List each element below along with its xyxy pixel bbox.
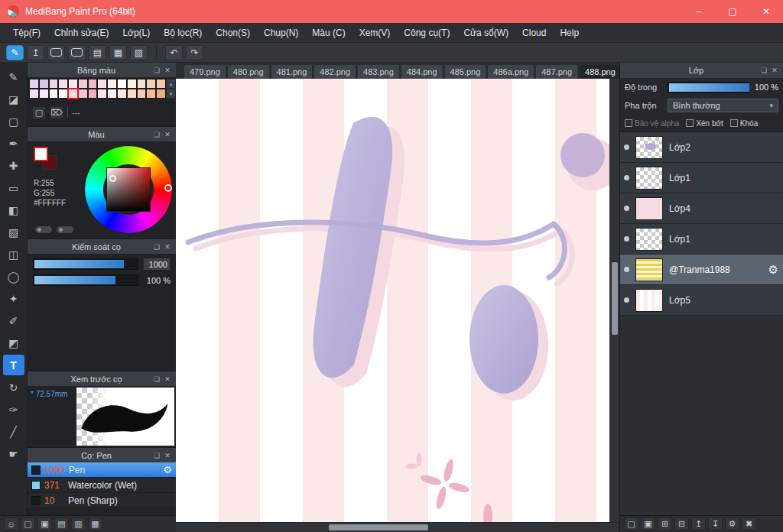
- bottom-button-pages[interactable]: ▤: [54, 517, 69, 530]
- palette-swatch[interactable]: [97, 79, 107, 89]
- bottom-button-folder[interactable]: ▥: [71, 517, 86, 530]
- layer-option-checkbox[interactable]: Xén bớt: [686, 119, 723, 128]
- close-icon[interactable]: ✕: [162, 452, 173, 459]
- palette-swatch[interactable]: [88, 79, 98, 89]
- palette-swatch[interactable]: [29, 79, 39, 89]
- menu-item[interactable]: Bộ lọc(R): [157, 23, 209, 43]
- redo-button[interactable]: ↷: [186, 45, 203, 60]
- menu-item[interactable]: Màu (C): [305, 23, 352, 43]
- tool-button-shape[interactable]: ▭: [3, 177, 24, 198]
- bottom-button-new-canvas[interactable]: ▢: [21, 517, 35, 530]
- bottom-button-account[interactable]: ☺: [4, 517, 18, 530]
- document-tab[interactable]: 481.png: [271, 64, 314, 79]
- tool-button-text[interactable]: T: [3, 355, 24, 375]
- layer-visibility-icon[interactable]: [624, 297, 629, 303]
- close-icon[interactable]: ✕: [162, 375, 173, 383]
- tool-button-control-pen[interactable]: ✒: [3, 133, 24, 154]
- menu-item[interactable]: Chụp(N): [257, 23, 305, 43]
- vertical-scrollbar[interactable]: [609, 79, 619, 522]
- layer-button-new-layer[interactable]: ▢: [624, 517, 638, 530]
- layer-opacity-slider[interactable]: [668, 82, 749, 93]
- tool-button-bucket[interactable]: ◧: [3, 200, 24, 220]
- layer-row[interactable]: Lớp2: [620, 132, 783, 163]
- tool-button-pen[interactable]: ✎: [3, 66, 24, 87]
- layer-option-checkbox[interactable]: Khóa: [730, 119, 758, 128]
- toolbar-button-message[interactable]: [68, 45, 86, 60]
- new-color-button[interactable]: ▢: [32, 106, 46, 119]
- close-icon[interactable]: ✕: [162, 243, 173, 251]
- document-tab[interactable]: 479.png: [184, 64, 226, 79]
- layer-button-move-down[interactable]: ↧: [708, 517, 723, 530]
- maximize-button[interactable]: ▢: [716, 0, 749, 23]
- tool-button-magic-wand[interactable]: ✦: [3, 288, 24, 309]
- palette-swatch[interactable]: [49, 89, 59, 99]
- palette-scroll-up[interactable]: ▲: [166, 79, 176, 89]
- menu-item[interactable]: Xem(V): [353, 23, 398, 43]
- brush-opacity-slider[interactable]: [33, 274, 138, 286]
- popout-icon[interactable]: ❏: [151, 243, 162, 251]
- close-button[interactable]: ✕: [749, 0, 783, 23]
- popout-icon[interactable]: ❏: [759, 66, 769, 74]
- palette-swatch[interactable]: [137, 79, 147, 89]
- layer-visibility-icon[interactable]: [624, 175, 629, 180]
- brush-list-item[interactable]: 371 Watercolor (Wet): [28, 478, 176, 493]
- tool-button-eraser[interactable]: ◪: [3, 89, 24, 109]
- palette-swatch[interactable]: [117, 89, 127, 99]
- menu-item[interactable]: Tệp(F): [6, 23, 47, 43]
- popout-icon[interactable]: ❏: [151, 375, 162, 383]
- tool-button-rotate[interactable]: ↻: [3, 377, 24, 397]
- close-icon[interactable]: ✕: [769, 66, 780, 74]
- toolbar-button-comment[interactable]: [47, 45, 65, 60]
- layer-button-delete[interactable]: ✖: [742, 517, 756, 530]
- layer-row[interactable]: Lớp5: [620, 285, 783, 316]
- layer-visibility-icon[interactable]: [624, 236, 629, 242]
- layer-button-move-up[interactable]: ↥: [691, 517, 706, 530]
- undo-button[interactable]: ↶: [165, 45, 183, 60]
- layer-option-checkbox[interactable]: Bảo vệ alpha: [625, 119, 679, 128]
- layer-button-duplicate[interactable]: ⊞: [658, 517, 672, 530]
- palette-swatch[interactable]: [78, 89, 88, 99]
- checkbox-icon[interactable]: [686, 119, 694, 127]
- layer-button-new-folder[interactable]: ▣: [641, 517, 655, 530]
- document-tab[interactable]: 482.png: [314, 64, 356, 79]
- document-tab[interactable]: 487.png: [535, 64, 578, 79]
- tool-button-select-rect[interactable]: ◫: [3, 244, 24, 264]
- palette-swatch[interactable]: [156, 79, 166, 89]
- palette-swatch[interactable]: [29, 89, 39, 99]
- bottom-button-open[interactable]: ▣: [37, 517, 52, 530]
- palette-swatch[interactable]: [58, 89, 68, 99]
- menu-item[interactable]: Help: [553, 23, 586, 43]
- menu-item[interactable]: Cloud: [515, 23, 553, 43]
- palette-swatch[interactable]: [107, 89, 117, 99]
- palette-swatch[interactable]: [146, 89, 156, 99]
- palette-swatch[interactable]: [88, 89, 98, 99]
- pager-pill[interactable]: [57, 226, 73, 233]
- layer-button-settings[interactable]: ⚙: [725, 517, 739, 530]
- popout-icon[interactable]: ❏: [151, 66, 162, 74]
- drawing-canvas[interactable]: [176, 79, 609, 522]
- document-tab[interactable]: 484.png: [401, 64, 443, 79]
- minimize-button[interactable]: –: [682, 0, 716, 23]
- layer-visibility-icon[interactable]: [624, 206, 629, 211]
- tool-button-operation[interactable]: ✑: [3, 399, 24, 420]
- tool-button-select-pen[interactable]: ✐: [3, 310, 24, 331]
- blend-mode-select[interactable]: Bình thường ▾: [668, 99, 778, 112]
- palette-swatch[interactable]: [127, 89, 137, 99]
- layer-button-merge[interactable]: ⊟: [674, 517, 689, 530]
- layer-row[interactable]: Lớp4: [620, 193, 783, 224]
- close-icon[interactable]: ✕: [162, 131, 173, 138]
- tool-button-hand[interactable]: ☛: [3, 443, 24, 464]
- palette-swatch[interactable]: [117, 79, 127, 89]
- sv-indicator[interactable]: [109, 175, 116, 182]
- tool-button-gradient[interactable]: ▨: [3, 222, 24, 242]
- menu-item[interactable]: Công cụ(T): [397, 23, 456, 43]
- palette-swatch[interactable]: [68, 79, 78, 89]
- palette-scroll-down[interactable]: ▼: [166, 89, 176, 99]
- bottom-button-grid[interactable]: ▦: [88, 517, 102, 530]
- tool-button-select-eraser[interactable]: ◩: [3, 332, 24, 353]
- document-tab[interactable]: 485.png: [444, 64, 487, 79]
- layer-visibility-icon[interactable]: [624, 267, 629, 272]
- layer-row[interactable]: @Tranma1988 ⚙: [620, 255, 783, 285]
- palette-swatch[interactable]: [97, 89, 107, 99]
- layer-visibility-icon[interactable]: [624, 144, 629, 150]
